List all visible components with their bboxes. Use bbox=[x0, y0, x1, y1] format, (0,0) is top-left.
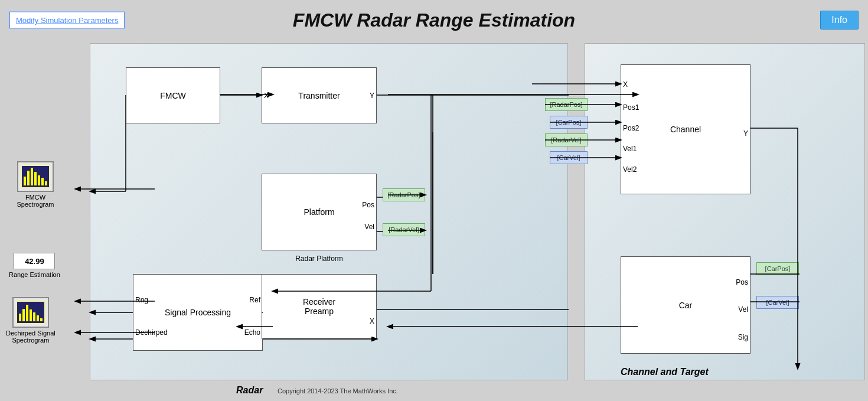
channel-target-subsystem: Channel X Pos1 Pos2 Vel1 Vel2 Y Car Pos … bbox=[585, 43, 865, 380]
tx-out-port: Y bbox=[370, 92, 374, 100]
from-car-pos: [CarPos] bbox=[756, 262, 799, 275]
channel-x-in: X bbox=[623, 80, 628, 89]
svg-rect-12 bbox=[22, 309, 25, 321]
goto-car-vel: [CarVel] bbox=[550, 151, 588, 164]
channel-target-label: Channel and Target bbox=[621, 367, 709, 377]
radar-subsystem: FMCW Transmitter X Y Platform Pos Vel Ra… bbox=[90, 43, 568, 380]
radar-subsystem-label: Radar bbox=[236, 385, 263, 396]
from-radar-pos-tag: [RadarPos] bbox=[383, 188, 425, 201]
fmcw-spectrogram-label: FMCW Spectrogram bbox=[9, 194, 62, 208]
ref-port: Ref bbox=[249, 296, 260, 304]
receiver-preamp-block[interactable]: Receiver Preamp X bbox=[262, 274, 377, 339]
platform-vel-port: Vel bbox=[364, 223, 374, 231]
receiver-x-port: X bbox=[370, 317, 374, 325]
info-button[interactable]: Info bbox=[820, 11, 859, 30]
echo-port: Echo bbox=[244, 328, 260, 337]
channel-pos2: Pos2 bbox=[623, 124, 639, 132]
svg-rect-14 bbox=[30, 309, 32, 321]
channel-vel1: Vel1 bbox=[623, 145, 637, 153]
car-sig-port: Sig bbox=[738, 333, 748, 341]
svg-rect-6 bbox=[38, 175, 40, 185]
svg-rect-16 bbox=[37, 315, 39, 321]
dechirped-port: Dechirped bbox=[135, 328, 168, 337]
channel-block[interactable]: Channel X Pos1 Pos2 Vel1 Vel2 Y bbox=[621, 64, 750, 194]
car-pos-port: Pos bbox=[736, 278, 748, 286]
svg-rect-4 bbox=[31, 168, 33, 185]
tx-in-port: X bbox=[264, 92, 269, 100]
modify-simulation-button[interactable]: Modify Simulation Parameters bbox=[9, 12, 125, 29]
channel-vel2: Vel2 bbox=[623, 165, 637, 174]
svg-rect-15 bbox=[33, 312, 35, 321]
transmitter-block[interactable]: Transmitter X Y bbox=[262, 67, 377, 123]
svg-rect-7 bbox=[41, 178, 44, 185]
fmcw-block[interactable]: FMCW bbox=[126, 67, 220, 123]
fmcw-spectrogram-icon bbox=[17, 161, 54, 192]
range-estimation-label: Range Estimation bbox=[9, 271, 60, 278]
svg-rect-13 bbox=[26, 305, 28, 321]
platform-block[interactable]: Platform Pos Vel Radar Platform bbox=[262, 174, 377, 250]
svg-rect-17 bbox=[40, 318, 43, 321]
svg-rect-2 bbox=[24, 177, 26, 185]
fmcw-spectrogram-block[interactable]: FMCW Spectrogram bbox=[9, 161, 62, 208]
radar-platform-label: Radar Platform bbox=[295, 255, 343, 263]
header: Modify Simulation Parameters FMCW Radar … bbox=[0, 0, 868, 40]
goto-car-pos: [CarPos] bbox=[550, 116, 588, 129]
signal-processing-block[interactable]: Signal Processing Rng Ref Dechirped Echo bbox=[133, 274, 263, 351]
svg-rect-3 bbox=[27, 171, 30, 185]
svg-rect-5 bbox=[34, 172, 37, 185]
copyright: Copyright 2014-2023 The MathWorks Inc. bbox=[278, 387, 398, 395]
rng-port: Rng bbox=[135, 296, 148, 304]
goto-radar-pos: [RadarPos] bbox=[545, 98, 588, 111]
car-block[interactable]: Car Pos Vel Sig bbox=[621, 256, 750, 354]
svg-rect-8 bbox=[45, 181, 47, 185]
svg-rect-11 bbox=[19, 314, 21, 321]
page-title: FMCW Radar Range Estimation bbox=[293, 9, 575, 31]
platform-pos-port: Pos bbox=[362, 201, 374, 209]
diagram: FMCW Spectrogram 42.99 Range Estimation bbox=[65, 43, 865, 398]
from-radar-vel-tag: [RadarVel] bbox=[383, 223, 425, 236]
range-value: 42.99 bbox=[14, 253, 55, 269]
channel-y-out: Y bbox=[743, 129, 748, 138]
canvas: FMCW Spectrogram 42.99 Range Estimation bbox=[0, 40, 868, 401]
from-car-vel: [CarVel] bbox=[756, 296, 799, 309]
range-estimation-block[interactable]: 42.99 Range Estimation bbox=[9, 253, 60, 278]
goto-radar-vel: [RadarVel] bbox=[545, 133, 588, 146]
dechirped-spectrogram-block[interactable]: Dechirped Signal Spectrogram bbox=[6, 297, 56, 344]
dechirped-spectrogram-label: Dechirped Signal Spectrogram bbox=[6, 330, 56, 344]
channel-pos1: Pos1 bbox=[623, 103, 639, 112]
dechirped-spectrogram-icon bbox=[12, 297, 49, 328]
car-vel-port: Vel bbox=[738, 305, 748, 314]
